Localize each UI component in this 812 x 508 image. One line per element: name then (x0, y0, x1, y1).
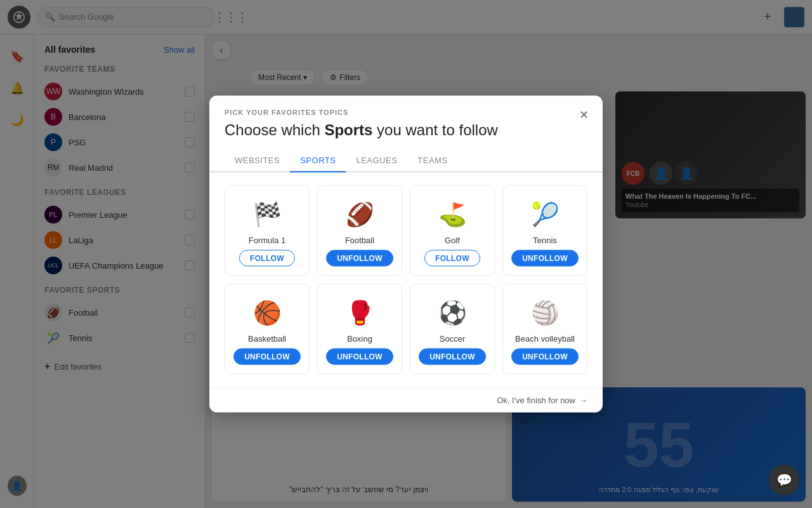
unfollow-tennis-button[interactable]: UNFOLLOW (511, 250, 579, 267)
tab-websites[interactable]: WEBSITES (225, 149, 290, 171)
chat-icon: 💬 (776, 472, 792, 488)
finish-link[interactable]: Ok, I've finish for now → (497, 396, 587, 405)
sport-label-beach-volleyball: Beach volleyball (515, 334, 575, 344)
follow-golf-button[interactable]: FOLLOW (424, 250, 480, 267)
boxing-icon: 🥊 (344, 297, 376, 329)
modal-close-button[interactable]: ✕ (575, 106, 593, 124)
soccer-icon: ⚽ (436, 297, 468, 329)
unfollow-soccer-button[interactable]: UNFOLLOW (419, 349, 486, 365)
modal-title-end: you want to follow (372, 121, 497, 138)
unfollow-football-button[interactable]: UNFOLLOW (326, 250, 393, 267)
tennis-icon: 🎾 (529, 199, 561, 231)
sports-grid: 🏁 Formula 1 FOLLOW 🏈 Football UNFOLLOW ⛳… (225, 185, 587, 375)
beach-volleyball-icon: 🏐 (529, 297, 561, 329)
modal-footer: Ok, I've finish for now → (209, 387, 603, 413)
formula1-icon: 🏁 (251, 199, 283, 231)
arrow-right-icon: → (579, 396, 587, 405)
sport-label-basketball: Basketball (248, 334, 286, 344)
tab-leagues[interactable]: LEAGUES (346, 149, 407, 171)
modal-title-start: Choose which (225, 121, 324, 138)
sport-label-formula1: Formula 1 (249, 236, 286, 245)
sport-label-golf: Golf (445, 236, 460, 245)
tab-sports[interactable]: SPORTS (290, 149, 346, 171)
follow-formula1-button[interactable]: FOLLOW (239, 250, 295, 267)
golf-icon: ⛳ (436, 199, 468, 231)
modal-header: PICK YOUR FAVORITES TOPICS Choose which … (209, 96, 603, 139)
modal-title: Choose which Sports you want to follow (225, 121, 587, 139)
football-icon: 🏈 (344, 199, 376, 231)
sport-card-beach-volleyball: 🏐 Beach volleyball UNFOLLOW (502, 284, 587, 375)
sport-card-golf: ⛳ Golf FOLLOW (410, 185, 495, 276)
tab-teams[interactable]: TEAMS (407, 149, 457, 171)
sport-label-tennis: Tennis (533, 236, 557, 245)
finish-label: Ok, I've finish for now (497, 396, 575, 405)
sport-label-football: Football (345, 236, 374, 245)
sport-card-football: 🏈 Football UNFOLLOW (317, 185, 402, 276)
sport-card-boxing: 🥊 Boxing UNFOLLOW (317, 284, 402, 375)
modal: PICK YOUR FAVORITES TOPICS Choose which … (209, 96, 603, 413)
unfollow-basketball-button[interactable]: UNFOLLOW (233, 349, 301, 365)
modal-tabs: WEBSITES SPORTS LEAGUES TEAMS (209, 149, 603, 173)
modal-topic-label: PICK YOUR FAVORITES TOPICS (225, 109, 587, 116)
sport-card-formula1: 🏁 Formula 1 FOLLOW (225, 185, 310, 276)
chat-bubble[interactable]: 💬 (769, 465, 799, 495)
basketball-icon: 🏀 (251, 297, 283, 329)
sport-label-soccer: Soccer (440, 334, 465, 344)
sport-card-tennis: 🎾 Tennis UNFOLLOW (502, 185, 587, 276)
unfollow-boxing-button[interactable]: UNFOLLOW (326, 349, 393, 365)
modal-body: 🏁 Formula 1 FOLLOW 🏈 Football UNFOLLOW ⛳… (209, 173, 603, 387)
sport-label-boxing: Boxing (347, 334, 372, 344)
modal-title-bold: Sports (324, 121, 372, 138)
sport-card-soccer: ⚽ Soccer UNFOLLOW (410, 284, 495, 375)
sport-card-basketball: 🏀 Basketball UNFOLLOW (225, 284, 310, 375)
unfollow-beach-volleyball-button[interactable]: UNFOLLOW (511, 349, 579, 365)
